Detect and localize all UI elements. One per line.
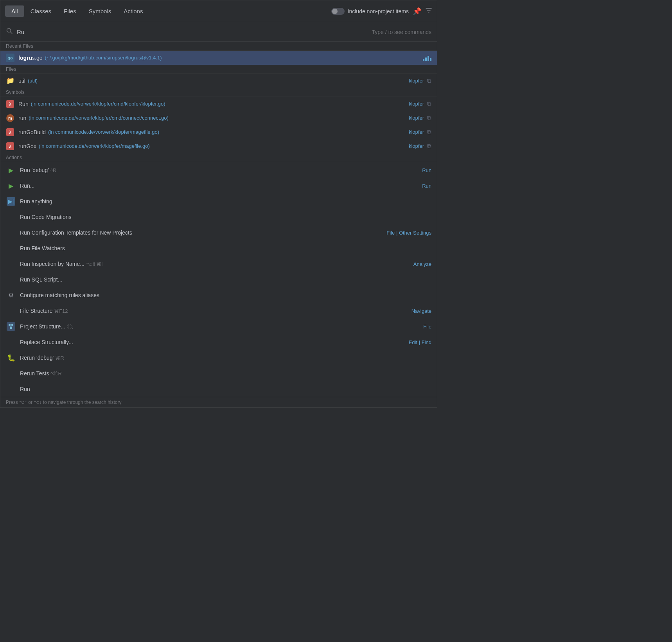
list-item[interactable]: go logrus.go (~/.go/pkg/mod/github.com/s… xyxy=(0,51,437,65)
action-run[interactable]: ▶ Run... Run xyxy=(0,178,437,194)
action-replace-structurally[interactable]: Replace Structurally... Edit | Find xyxy=(0,334,437,350)
result-group: klopfer xyxy=(409,101,424,107)
action-run-debug[interactable]: ▶ Run 'debug' ^R Run xyxy=(0,162,437,178)
action-label: Run 'debug' ^R xyxy=(20,167,422,173)
action-placeholder-icon xyxy=(6,368,16,378)
result-right: klopfer ⧉ xyxy=(409,129,431,136)
section-symbols: Symbols xyxy=(0,88,437,97)
folder-icon: 📁 xyxy=(6,77,14,85)
action-file-structure[interactable]: File Structure ⌘F12 Navigate xyxy=(0,303,437,319)
action-label: Project Structure... ⌘; xyxy=(20,323,423,330)
pin-icon[interactable]: 📌 xyxy=(413,7,421,16)
result-text: logrus.go (~/.go/pkg/mod/github.com/siru… xyxy=(18,55,423,61)
result-name-suffix: s.go xyxy=(32,55,42,61)
action-run-simple[interactable]: Run xyxy=(0,381,437,397)
action-label: Run anything xyxy=(20,198,431,204)
result-group: klopfer xyxy=(409,129,424,135)
result-path: (in communicode.de/vorwerk/klopfer/magef… xyxy=(48,129,159,135)
gear-icon: ⚙ xyxy=(6,290,16,300)
action-label: Run Code Migrations xyxy=(20,214,431,220)
section-actions: Actions xyxy=(0,153,437,162)
result-right: klopfer ⧉ xyxy=(409,143,431,150)
list-item[interactable]: m run (in communicode.de/vorwerk/klopfer… xyxy=(0,111,437,125)
action-label: Rerun Tests ^⌘R xyxy=(20,370,431,377)
symbol-lambda-icon: λ xyxy=(6,142,14,151)
action-rerun-tests[interactable]: Rerun Tests ^⌘R xyxy=(0,366,437,381)
action-label: Run... xyxy=(20,183,422,189)
project-structure-icon xyxy=(6,321,16,332)
result-path: (in communicode.de/vorwerk/klopfer/magef… xyxy=(39,143,150,149)
action-placeholder-icon xyxy=(6,384,16,394)
search-hint: Type / to see commands xyxy=(372,29,431,35)
result-group: klopfer xyxy=(409,78,424,84)
list-item[interactable]: λ runGoBuild (in communicode.de/vorwerk/… xyxy=(0,125,437,139)
action-label: Run File Watchers xyxy=(20,245,431,251)
tab-symbols[interactable]: Symbols xyxy=(83,5,118,17)
section-files: Files xyxy=(0,65,437,74)
svg-line-6 xyxy=(10,326,11,326)
action-label: Run Configuration Templates for New Proj… xyxy=(20,230,386,236)
action-placeholder-icon xyxy=(6,259,16,269)
filter-icon[interactable] xyxy=(425,7,432,16)
action-label: Run SQL Script... xyxy=(20,276,431,283)
action-label: Run Inspection by Name... ⌥⇧⌘I xyxy=(20,261,413,267)
result-name: logrus.go xyxy=(18,55,42,61)
run-anything-icon: ▶| xyxy=(6,196,16,206)
symbol-lambda-icon: λ xyxy=(6,128,14,136)
status-bar: Press ⌥↑ or ⌥↓ to navigate through the s… xyxy=(0,397,437,407)
action-label: Run xyxy=(20,386,431,392)
bug-icon: 🐛 xyxy=(6,353,16,363)
action-placeholder-icon xyxy=(6,228,16,238)
action-placeholder-icon xyxy=(6,212,16,222)
go-file-badge: go xyxy=(6,54,14,62)
toggle-switch[interactable] xyxy=(331,8,345,15)
list-item[interactable]: 📁 util (util) klopfer ⧉ xyxy=(0,74,437,88)
tabs-bar: All Classes Files Symbols Actions Includ… xyxy=(0,0,437,22)
copy-icon: ⧉ xyxy=(427,100,431,108)
result-text: util (util) xyxy=(18,78,409,84)
action-run-sql[interactable]: Run SQL Script... xyxy=(0,272,437,287)
result-right xyxy=(423,54,431,62)
tab-all[interactable]: All xyxy=(5,5,24,17)
action-run-anything[interactable]: ▶| Run anything xyxy=(0,194,437,209)
tab-actions[interactable]: Actions xyxy=(117,5,149,17)
action-project-structure[interactable]: Project Structure... ⌘; File xyxy=(0,319,437,334)
include-toggle-label: Include non-project items xyxy=(348,8,409,14)
action-placeholder-icon xyxy=(6,306,16,316)
toggle-knob xyxy=(332,9,338,14)
action-rerun-debug[interactable]: 🐛 Rerun 'debug' ⌘R xyxy=(0,350,437,366)
result-name: Run xyxy=(18,101,29,107)
tab-classes[interactable]: Classes xyxy=(24,5,57,17)
chart-icon xyxy=(423,54,431,62)
play-icon: ▶ xyxy=(6,181,16,191)
result-path: (~/.go/pkg/mod/github.com/sirupsen/logru… xyxy=(45,55,162,61)
svg-rect-2 xyxy=(9,324,11,326)
action-label: File Structure ⌘F12 xyxy=(20,308,411,314)
action-run-code-migrations[interactable]: Run Code Migrations xyxy=(0,209,437,225)
action-label: Replace Structurally... xyxy=(20,339,409,345)
action-placeholder-icon xyxy=(6,243,16,253)
action-placeholder-icon xyxy=(6,337,16,347)
search-icon xyxy=(6,27,13,36)
action-label: Configure matching rules aliases xyxy=(20,292,431,298)
svg-line-1 xyxy=(11,32,13,34)
result-group: klopfer xyxy=(409,115,424,121)
tab-files[interactable]: Files xyxy=(57,5,83,17)
list-item[interactable]: λ Run (in communicode.de/vorwerk/klopfer… xyxy=(0,97,437,111)
svg-rect-3 xyxy=(11,324,13,326)
copy-icon: ⧉ xyxy=(427,143,431,150)
action-configure-matching[interactable]: ⚙ Configure matching rules aliases xyxy=(0,287,437,303)
action-run-inspection[interactable]: Run Inspection by Name... ⌥⇧⌘I Analyze xyxy=(0,256,437,272)
symbol-lambda-icon: λ xyxy=(6,100,14,108)
result-right: klopfer ⧉ xyxy=(409,115,431,122)
search-input[interactable]: Ru xyxy=(17,29,368,35)
result-text: runGox (in communicode.de/vorwerk/klopfe… xyxy=(18,143,409,149)
action-run-config-templates[interactable]: Run Configuration Templates for New Proj… xyxy=(0,225,437,240)
list-item[interactable]: λ runGox (in communicode.de/vorwerk/klop… xyxy=(0,139,437,153)
action-group: Run xyxy=(422,183,431,189)
result-path: (in communicode.de/vorwerk/klopfer/cmd/c… xyxy=(29,115,169,121)
include-non-project-toggle[interactable]: Include non-project items xyxy=(331,8,409,15)
action-run-file-watchers[interactable]: Run File Watchers xyxy=(0,240,437,256)
copy-icon: ⧉ xyxy=(427,129,431,136)
result-path: (in communicode.de/vorwerk/klopfer/cmd/k… xyxy=(31,101,165,107)
